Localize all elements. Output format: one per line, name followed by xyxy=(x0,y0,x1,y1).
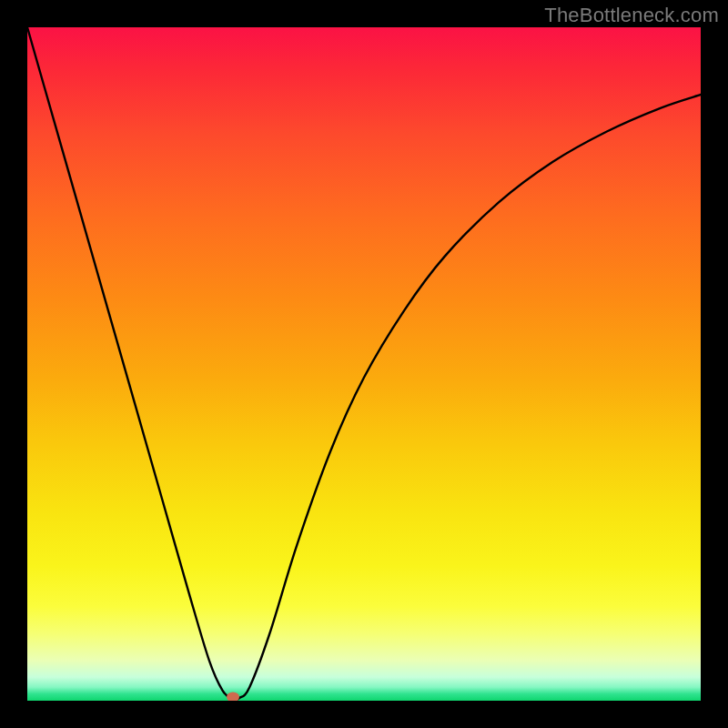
bottleneck-curve xyxy=(27,27,701,701)
watermark-text: TheBottleneck.com xyxy=(544,4,719,27)
plot-area xyxy=(27,27,701,701)
bottleneck-marker xyxy=(227,693,239,701)
chart-frame: TheBottleneck.com xyxy=(0,0,728,728)
